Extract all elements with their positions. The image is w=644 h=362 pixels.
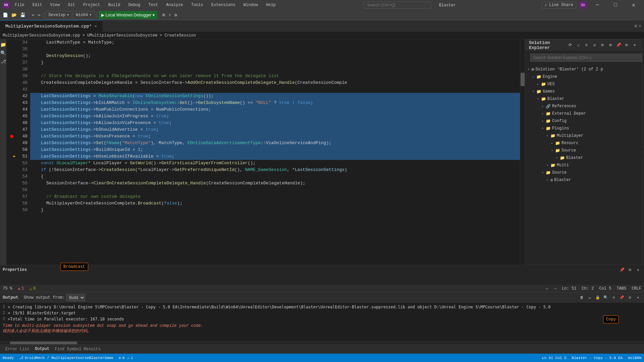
- se-filter-button[interactable]: ≡: [583, 42, 590, 49]
- statusbar-errors[interactable]: ⊘ 0 ⚠ 1: [119, 356, 133, 360]
- se-collapse-handle[interactable]: ⋮: [642, 39, 644, 265]
- editor[interactable]: 3435363738394041424344454647484950▶51525…: [7, 39, 525, 265]
- menu-debug[interactable]: Debug: [125, 0, 143, 10]
- se-settings-button[interactable]: ⚙: [607, 42, 614, 49]
- tree-item-15[interactable]: ▾⚙Blaster: [525, 176, 642, 184]
- output-lock-button[interactable]: 🔒: [594, 294, 601, 301]
- output-find-button[interactable]: 🔍: [602, 294, 609, 301]
- menu-file[interactable]: File: [12, 0, 27, 10]
- active-tab[interactable]: MultiplayerSessionsSubsystem.cpp* ✕: [0, 20, 103, 32]
- menu-build[interactable]: Build: [105, 0, 123, 10]
- code-line: LastSessionSettings = MakeShareable(new …: [30, 93, 520, 100]
- save-button[interactable]: 💾: [19, 11, 27, 19]
- tree-item-9[interactable]: ▾📁Multiplayer: [525, 132, 642, 139]
- menu-window[interactable]: Window: [241, 0, 261, 10]
- output-dock-button[interactable]: ⊡: [627, 294, 633, 301]
- tree-item-1[interactable]: ▸📁Engine: [525, 73, 642, 80]
- solution-explorer: Solution Explorer ⟳ ⌂ ≡ ↺ ⊟ ⚙ 📌 ⊡ ✕ ▾⊞So…: [525, 39, 642, 265]
- nav-forward-button[interactable]: →: [554, 286, 556, 291]
- tree-item-5[interactable]: ▸🔗References: [525, 103, 642, 110]
- attach-button[interactable]: ⊞: [161, 11, 166, 19]
- undo-button[interactable]: ↩: [31, 11, 36, 19]
- tree-item-14[interactable]: ▾📁Source: [525, 169, 642, 176]
- se-sync-button[interactable]: ⟳: [567, 42, 574, 49]
- minimize-button[interactable]: ─: [590, 0, 605, 10]
- tree-item-7[interactable]: ▸📁Config: [525, 117, 642, 125]
- global-search[interactable]: [364, 1, 431, 9]
- output-horizontal-scrollbar[interactable]: [0, 341, 644, 344]
- tree-item-2[interactable]: ▸📁UES: [525, 80, 642, 88]
- se-close-button[interactable]: ✕: [631, 42, 638, 49]
- error-list-tab[interactable]: Error List: [3, 344, 32, 354]
- play-button[interactable]: ▶ Local Windows Debugger ▾: [99, 11, 158, 19]
- git-activity-icon[interactable]: ⎇: [1, 59, 6, 64]
- perf-button[interactable]: ⚡: [167, 11, 172, 19]
- output-source-select[interactable]: BuildBuild: [66, 294, 85, 301]
- menu-project[interactable]: Project: [80, 0, 103, 10]
- se-dock-button[interactable]: ⊡: [623, 42, 630, 49]
- close-editors-button[interactable]: ×: [639, 23, 641, 29]
- tree-item-11[interactable]: ▾📁Source: [525, 147, 642, 154]
- se-search-input[interactable]: [530, 54, 642, 62]
- tree-item-13[interactable]: ▾📁Multi: [525, 162, 642, 169]
- menu-edit[interactable]: Edit: [30, 0, 45, 10]
- vertical-scrollbar[interactable]: [520, 39, 525, 265]
- output-wrap-button[interactable]: ↵: [586, 294, 593, 301]
- menu-extensions[interactable]: Extensions: [209, 0, 238, 10]
- find-symbol-tab[interactable]: Find Symbol Results: [52, 344, 103, 354]
- menu-help[interactable]: Help: [263, 0, 278, 10]
- new-file-button[interactable]: 📄: [1, 11, 9, 19]
- close-button[interactable]: ✕: [626, 0, 641, 10]
- code-line: const ULocalPlayer* LocalPlayer = GetWor…: [30, 160, 520, 167]
- split-editor-button[interactable]: ⊞: [634, 23, 637, 29]
- tree-label: Plugins: [552, 126, 569, 131]
- redo-button[interactable]: ↪: [37, 11, 42, 19]
- tree-item-4[interactable]: ▾📁Blaster: [525, 95, 642, 103]
- menu-analyze[interactable]: Analyze: [163, 0, 185, 10]
- output-close-button[interactable]: ✕: [635, 294, 641, 301]
- tree-item-0[interactable]: ▾⊞Solution 'Blaster' (2 of 2 p: [525, 66, 642, 73]
- tree-item-3[interactable]: ▾📁Games: [525, 88, 642, 95]
- platform-dropdown[interactable]: Win64 ▾: [73, 11, 95, 19]
- statusbar-git[interactable]: ⎇ DruidMech / MultiplayerCourseBlasterGa…: [19, 356, 113, 360]
- line-number: 39: [22, 73, 28, 79]
- error-badge[interactable]: ✕ 1: [18, 286, 24, 292]
- se-home-button[interactable]: ⌂: [575, 42, 582, 49]
- menu-tools[interactable]: Tools: [189, 0, 206, 10]
- tree-item-8[interactable]: ▾📁Plugins: [525, 125, 642, 132]
- tree-item-6[interactable]: ▸📁External Deper: [525, 110, 642, 117]
- warning-badge[interactable]: ⚠ 0: [29, 286, 36, 292]
- open-button[interactable]: 📂: [10, 11, 18, 19]
- code-line: LastMatchType = MatchType;: [30, 39, 520, 46]
- maximize-button[interactable]: □: [608, 0, 623, 10]
- prop-dock-button[interactable]: ⊡: [627, 266, 633, 273]
- tree-icon: 📁: [546, 111, 551, 116]
- line-number: 43: [22, 100, 28, 106]
- output-clear-button[interactable]: 🗑: [578, 294, 585, 301]
- tree-item-12[interactable]: ▾📁Blaster: [525, 154, 642, 162]
- tree-icon: 📁: [555, 148, 560, 153]
- se-collapse-button[interactable]: ⊟: [599, 42, 606, 49]
- menu-git[interactable]: Git: [65, 0, 78, 10]
- liveshare-button[interactable]: ⚡ Live Share: [542, 2, 576, 9]
- code-content[interactable]: LastMatchType = MatchType;DestroySession…: [30, 39, 520, 265]
- output-annotation-en: Time to multi-player session subsystem d…: [3, 323, 641, 328]
- se-pin-button[interactable]: 📌: [615, 42, 622, 49]
- output-pin-button[interactable]: 📌: [619, 294, 625, 301]
- profile-avatar[interactable]: SU: [579, 1, 587, 9]
- menu-test[interactable]: Test: [146, 0, 161, 10]
- output-filter-button[interactable]: ≡: [610, 294, 617, 301]
- tab-close-button[interactable]: ✕: [94, 24, 97, 29]
- explorer-icon[interactable]: 📁: [0, 42, 6, 48]
- prop-close-button[interactable]: ✕: [635, 266, 641, 273]
- branch-dropdown[interactable]: Develop ▾: [46, 11, 72, 19]
- settings-button[interactable]: ⚙: [173, 11, 178, 19]
- search-activity-icon[interactable]: 🔍: [0, 50, 6, 56]
- tree-arrow: ▾: [528, 67, 532, 71]
- menu-view[interactable]: View: [48, 0, 63, 10]
- nav-back-button[interactable]: ←: [546, 286, 549, 291]
- tree-item-10[interactable]: ▸📁Resourc: [525, 139, 642, 147]
- prop-pin-button[interactable]: 📌: [619, 266, 625, 273]
- se-refresh-button[interactable]: ↺: [591, 42, 598, 49]
- output-tab-btn[interactable]: Output: [32, 344, 52, 354]
